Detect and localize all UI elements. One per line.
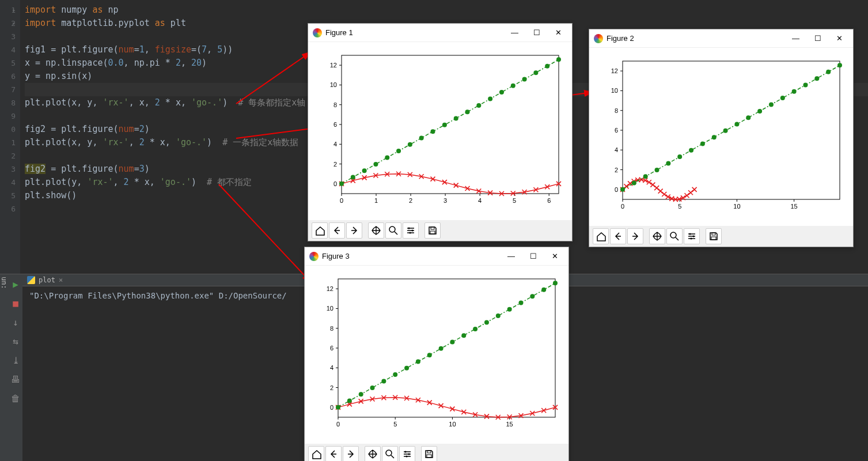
svg-point-138 bbox=[427, 353, 432, 357]
svg-rect-3 bbox=[342, 55, 559, 194]
svg-point-141 bbox=[461, 333, 466, 338]
chart-canvas[interactable]: 0123456024681012 bbox=[308, 42, 572, 220]
svg-point-135 bbox=[393, 372, 397, 377]
svg-point-137 bbox=[416, 359, 420, 364]
svg-point-104 bbox=[691, 238, 692, 240]
svg-point-55 bbox=[410, 232, 411, 234]
svg-text:4: 4 bbox=[333, 141, 337, 148]
minimize-button[interactable]: — bbox=[502, 252, 521, 260]
svg-point-44 bbox=[476, 103, 481, 108]
configure-button[interactable] bbox=[403, 222, 419, 239]
svg-text:2: 2 bbox=[409, 197, 412, 204]
svg-point-131 bbox=[347, 399, 352, 403]
svg-point-130 bbox=[336, 405, 340, 410]
pan-button[interactable] bbox=[365, 446, 381, 461]
svg-point-94 bbox=[769, 102, 774, 107]
svg-text:5: 5 bbox=[678, 203, 681, 210]
wrap-icon[interactable]: ⇆ bbox=[13, 336, 18, 347]
svg-point-45 bbox=[488, 96, 492, 101]
run-label: un: bbox=[0, 274, 9, 461]
save-button[interactable] bbox=[421, 446, 437, 461]
trash-icon[interactable]: 🗑 bbox=[11, 393, 20, 404]
print-icon[interactable]: 🖶 bbox=[11, 374, 20, 385]
svg-point-39 bbox=[419, 135, 424, 140]
window-titlebar[interactable]: Figure 2 — ☐ ✕ bbox=[589, 29, 853, 48]
forward-button[interactable] bbox=[343, 446, 359, 461]
back-button[interactable] bbox=[610, 228, 626, 244]
svg-text:2: 2 bbox=[333, 161, 337, 168]
svg-text:10: 10 bbox=[733, 203, 740, 210]
svg-point-43 bbox=[465, 109, 470, 114]
figure-window-3[interactable]: Figure 3 — ☐ ✕ 051015024681012 bbox=[304, 247, 569, 461]
window-titlebar[interactable]: Figure 3 — ☐ ✕ bbox=[305, 247, 568, 266]
home-button[interactable] bbox=[308, 446, 324, 461]
svg-point-99 bbox=[826, 70, 831, 74]
svg-text:10: 10 bbox=[611, 87, 618, 94]
svg-point-98 bbox=[814, 76, 819, 81]
svg-point-89 bbox=[712, 135, 717, 139]
maximize-button[interactable]: ☐ bbox=[524, 252, 543, 260]
close-tab-icon[interactable]: × bbox=[59, 276, 63, 284]
pan-button[interactable] bbox=[368, 222, 384, 239]
configure-button[interactable] bbox=[399, 446, 415, 461]
svg-point-97 bbox=[803, 82, 808, 87]
svg-point-91 bbox=[734, 122, 739, 127]
window-title: Figure 2 bbox=[607, 34, 783, 43]
svg-point-54 bbox=[412, 230, 414, 232]
zoom-button[interactable] bbox=[385, 222, 401, 239]
svg-point-88 bbox=[700, 141, 705, 146]
svg-text:8: 8 bbox=[330, 325, 333, 332]
home-button[interactable] bbox=[593, 228, 609, 244]
svg-point-90 bbox=[723, 129, 728, 133]
svg-point-93 bbox=[757, 109, 762, 114]
save-button[interactable] bbox=[424, 222, 441, 239]
svg-point-146 bbox=[518, 300, 523, 305]
svg-point-84 bbox=[655, 168, 659, 172]
svg-point-86 bbox=[677, 154, 682, 159]
maximize-button[interactable]: ☐ bbox=[528, 28, 546, 37]
configure-button[interactable] bbox=[684, 228, 700, 244]
chart-canvas[interactable]: 051015024681012 bbox=[589, 48, 853, 226]
close-button[interactable]: ✕ bbox=[546, 252, 564, 260]
figure-window-1[interactable]: Figure 1 — ☐ ✕ 0123456024681012 bbox=[308, 23, 573, 241]
svg-point-48 bbox=[522, 77, 527, 81]
matplotlib-toolbar bbox=[589, 226, 853, 247]
save-button[interactable] bbox=[706, 228, 722, 244]
minimize-button[interactable]: — bbox=[505, 28, 524, 37]
close-button[interactable]: ✕ bbox=[831, 34, 848, 43]
figure-window-2[interactable]: Figure 2 — ☐ ✕ 051015024681012 bbox=[589, 29, 854, 247]
zoom-button[interactable] bbox=[666, 228, 683, 244]
stop-icon[interactable]: ■ bbox=[13, 298, 18, 309]
minimize-button[interactable]: — bbox=[786, 34, 805, 43]
window-titlebar[interactable]: Figure 1 — ☐ ✕ bbox=[308, 24, 572, 42]
maximize-button[interactable]: ☐ bbox=[809, 34, 827, 43]
rerun-icon[interactable]: ▶ bbox=[13, 279, 18, 290]
svg-text:6: 6 bbox=[333, 121, 337, 128]
home-button[interactable] bbox=[312, 222, 328, 239]
svg-text:0: 0 bbox=[615, 186, 618, 193]
svg-text:0: 0 bbox=[340, 197, 343, 204]
forward-button[interactable] bbox=[346, 222, 362, 239]
back-button[interactable] bbox=[329, 222, 345, 239]
close-button[interactable]: ✕ bbox=[549, 28, 567, 37]
zoom-button[interactable] bbox=[382, 446, 398, 461]
back-button[interactable] bbox=[325, 446, 342, 461]
scroll-icon[interactable]: ⤓ bbox=[12, 355, 20, 366]
svg-point-95 bbox=[780, 96, 785, 100]
forward-button[interactable] bbox=[627, 228, 643, 244]
svg-text:2: 2 bbox=[615, 167, 618, 173]
svg-text:4: 4 bbox=[615, 146, 618, 153]
svg-point-133 bbox=[370, 386, 375, 390]
down-icon[interactable]: ↓ bbox=[13, 317, 18, 328]
svg-text:15: 15 bbox=[506, 421, 513, 428]
pan-button[interactable] bbox=[649, 228, 665, 244]
matplotlib-toolbar bbox=[305, 444, 568, 461]
matplotlib-icon bbox=[313, 28, 322, 37]
svg-point-49 bbox=[533, 70, 538, 75]
svg-point-148 bbox=[541, 288, 546, 292]
svg-point-100 bbox=[837, 63, 842, 67]
chart-canvas[interactable]: 051015024681012 bbox=[305, 266, 568, 444]
svg-text:8: 8 bbox=[333, 101, 337, 108]
svg-point-42 bbox=[454, 116, 458, 121]
matplotlib-icon bbox=[309, 252, 319, 261]
